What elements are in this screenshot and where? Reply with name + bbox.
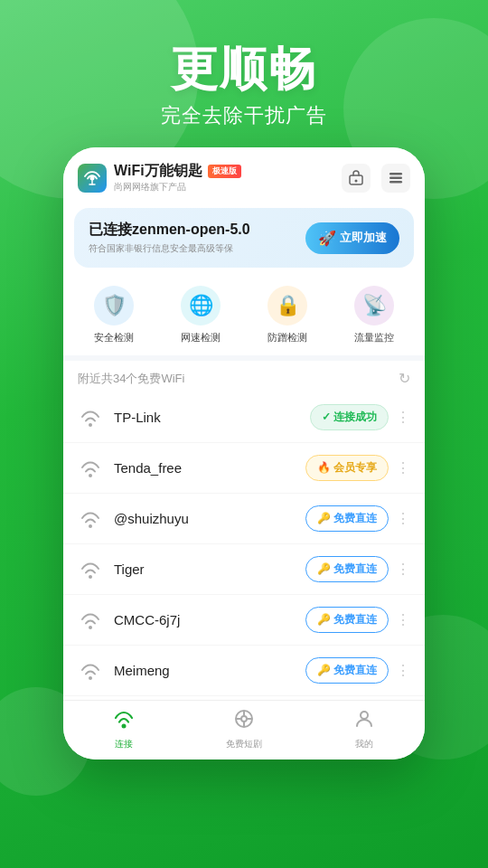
badge-tenda[interactable]: 🔥 会员专享 <box>305 455 389 481</box>
connected-info: 已连接zenmen-open-5.0 符合国家非银行信息安全最高级等保 <box>89 221 305 255</box>
wifi-name-meimeng: Meimeng <box>114 663 305 678</box>
wifi-item-meimeng[interactable]: Meimeng 🔑 免费直连 ⋮ <box>63 646 425 696</box>
svg-point-9 <box>89 474 92 477</box>
more-icon-tenda[interactable]: ⋮ <box>396 459 410 476</box>
protect-icon-circle: 🔒 <box>267 286 307 326</box>
drama-nav-icon <box>233 708 255 735</box>
nav-drama[interactable]: 免费短剧 <box>183 708 304 750</box>
nav-connect[interactable]: 连接 <box>63 708 183 750</box>
rocket-icon: 🚀 <box>318 230 336 247</box>
feature-speed[interactable]: 🌐 网速检测 <box>181 286 221 344</box>
badge-cmcc[interactable]: 🔑 免费直连 <box>305 607 389 633</box>
more-icon-shuizhuyu[interactable]: ⋮ <box>396 510 410 527</box>
bottom-nav: 连接 免费短剧 我的 <box>63 700 425 760</box>
svg-rect-7 <box>389 181 402 184</box>
badge-meimeng-text: 🔑 免费直连 <box>317 663 377 678</box>
traffic-icon-circle: 📡 <box>354 286 394 326</box>
speed-label: 网速检测 <box>181 331 221 344</box>
menu-button[interactable] <box>381 164 410 193</box>
badge-meimeng[interactable]: 🔑 免费直连 <box>305 657 389 684</box>
feature-protect[interactable]: 🔒 防蹭检测 <box>267 286 307 344</box>
refresh-icon[interactable]: ↻ <box>399 370 410 387</box>
badge-tenda-text: 🔥 会员专享 <box>317 460 377 476</box>
app-name-text: WiFi万能钥匙 <box>114 162 202 181</box>
wifi-item-tiger[interactable]: Tiger 🔑 免费直连 ⋮ <box>63 544 425 595</box>
badge-tp-link[interactable]: ✓ 连接成功 <box>310 404 389 430</box>
badge-tp-link-text: ✓ 连接成功 <box>322 410 377 425</box>
svg-point-13 <box>89 676 92 680</box>
feature-security[interactable]: 🛡️ 安全检测 <box>94 286 134 344</box>
version-badge: 极速版 <box>208 165 241 178</box>
more-icon-tiger[interactable]: ⋮ <box>396 561 410 578</box>
svg-point-11 <box>89 575 92 579</box>
svg-point-4 <box>355 179 358 182</box>
nav-drama-label: 免费短剧 <box>226 738 262 750</box>
connected-banner: 已连接zenmen-open-5.0 符合国家非银行信息安全最高级等保 🚀 立即… <box>74 208 414 268</box>
wifi-count-text: 附近共34个免费WiFi <box>78 371 184 387</box>
sub-title: 完全去除干扰广告 <box>0 102 488 129</box>
badge-tiger[interactable]: 🔑 免费直连 <box>305 556 389 582</box>
wifi-item-shuizhuyu[interactable]: @shuizhuyu 🔑 免费直连 ⋮ <box>63 494 425 544</box>
wifi-signal-cmcc <box>78 608 103 633</box>
header-icons <box>342 164 410 193</box>
connected-title: 已连接zenmen-open-5.0 <box>89 221 305 240</box>
app-name-row: WiFi万能钥匙 极速版 <box>114 162 241 181</box>
nav-profile[interactable]: 我的 <box>305 708 425 750</box>
connect-nav-icon <box>113 708 135 735</box>
more-icon-tp-link[interactable]: ⋮ <box>396 409 410 426</box>
features-row: 🛡️ 安全检测 🌐 网速检测 🔒 防蹭检测 📡 流量监控 <box>63 275 425 355</box>
badge-tiger-text: 🔑 免费直连 <box>317 561 377 577</box>
share-button[interactable] <box>342 164 371 193</box>
svg-point-16 <box>241 716 247 722</box>
more-icon-meimeng[interactable]: ⋮ <box>396 662 410 679</box>
wifi-list: TP-Link ✓ 连接成功 ⋮ Tenda_free 🔥 会员专享 ⋮ <box>63 392 425 700</box>
wifi-signal-tenda <box>78 456 103 481</box>
nav-connect-label: 连接 <box>115 738 133 750</box>
app-sub: 尚网网络旗下产品 <box>114 181 241 193</box>
svg-rect-5 <box>389 173 402 175</box>
more-icon-cmcc[interactable]: ⋮ <box>396 611 410 628</box>
nav-profile-label: 我的 <box>355 738 373 750</box>
wifi-name-shuizhuyu: @shuizhuyu <box>114 511 305 526</box>
security-label: 安全检测 <box>94 331 134 344</box>
protect-label: 防蹭检测 <box>267 331 307 344</box>
wifi-signal-tiger <box>78 557 103 582</box>
app-logo-area: WiFi万能钥匙 极速版 尚网网络旗下产品 <box>78 162 241 193</box>
wifi-name-tiger: Tiger <box>114 561 305 577</box>
svg-point-8 <box>89 423 92 427</box>
speed-icon-circle: 🌐 <box>181 286 221 326</box>
app-name-area: WiFi万能钥匙 极速版 尚网网络旗下产品 <box>114 162 241 193</box>
svg-point-14 <box>121 724 126 729</box>
app-header: WiFi万能钥匙 极速版 尚网网络旗下产品 <box>63 147 425 201</box>
wifi-list-header: 附近共34个免费WiFi ↻ <box>63 361 425 392</box>
speed-up-label: 立即加速 <box>340 230 387 246</box>
feature-traffic[interactable]: 📡 流量监控 <box>354 286 394 344</box>
main-title: 更顺畅 <box>0 43 488 95</box>
profile-nav-icon <box>353 708 375 735</box>
svg-point-21 <box>361 712 368 719</box>
wifi-signal-tp-link <box>78 405 103 430</box>
top-section: 更顺畅 完全去除干扰广告 <box>0 0 488 147</box>
wifi-logo-icon <box>78 164 107 193</box>
phone-mockup: WiFi万能钥匙 极速版 尚网网络旗下产品 <box>63 147 425 760</box>
wifi-signal-shuizhuyu <box>78 506 103 532</box>
badge-cmcc-text: 🔑 免费直连 <box>317 612 377 627</box>
traffic-label: 流量监控 <box>354 331 394 344</box>
badge-shuizhuyu-text: 🔑 免费直连 <box>317 511 377 526</box>
svg-point-12 <box>89 626 92 629</box>
security-icon-circle: 🛡️ <box>94 286 134 326</box>
wifi-item-tenda[interactable]: Tenda_free 🔥 会员专享 ⋮ <box>63 443 425 494</box>
wifi-item-tp-link[interactable]: TP-Link ✓ 连接成功 ⋮ <box>63 392 425 443</box>
wifi-item-cmcc[interactable]: CMCC-6j7j 🔑 免费直连 ⋮ <box>63 595 425 646</box>
wifi-name-tenda: Tenda_free <box>114 460 305 476</box>
wifi-signal-meimeng <box>78 658 103 684</box>
wifi-name-cmcc: CMCC-6j7j <box>114 612 305 627</box>
connected-sub: 符合国家非银行信息安全最高级等保 <box>89 242 305 255</box>
speed-up-button[interactable]: 🚀 立即加速 <box>305 222 399 254</box>
wifi-name-tp-link: TP-Link <box>114 410 310 425</box>
badge-shuizhuyu[interactable]: 🔑 免费直连 <box>305 505 389 532</box>
svg-rect-6 <box>389 176 402 179</box>
svg-point-10 <box>89 524 92 528</box>
